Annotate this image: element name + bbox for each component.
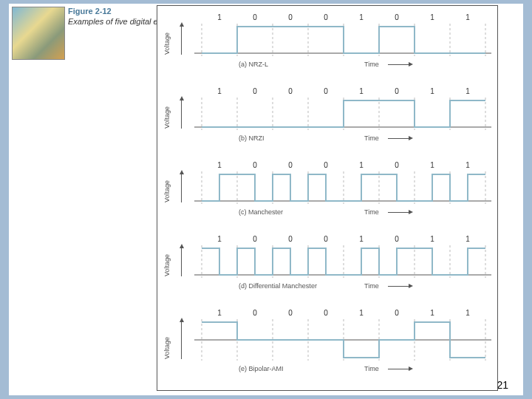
x-axis-label: Time [364, 134, 379, 142]
book-thumbnail [12, 7, 65, 60]
bit-label: 0 [283, 13, 298, 21]
bit-label: 0 [389, 13, 404, 21]
bit-label: 1 [354, 13, 369, 21]
panel-caption: (c) Manchester [239, 208, 283, 216]
arrow-up-icon [180, 170, 184, 174]
bit-label: 0 [248, 161, 262, 169]
panel-caption: (d) Differential Manchester [239, 282, 317, 290]
bit-label: 0 [389, 309, 404, 317]
page-number: 21 [497, 379, 508, 391]
arrow-stem [388, 64, 409, 65]
bit-label: 1 [425, 161, 440, 169]
bit-label: 1 [212, 13, 227, 21]
x-axis-label: Time [364, 365, 379, 372]
bit-label: 0 [283, 87, 298, 95]
panel-caption: (a) NRZ-L [239, 61, 268, 68]
arrow-stem [181, 100, 182, 129]
waveform-c [194, 171, 493, 204]
arrow-stem [388, 138, 409, 139]
bit-label: 0 [318, 309, 333, 317]
panel-caption: (e) Bipolar-AMI [239, 365, 284, 372]
panel-a: Voltage10001011(a) NRZ-LTime [157, 10, 497, 84]
bit-label: 1 [212, 161, 227, 169]
bit-label: 0 [389, 87, 404, 95]
y-axis-label: Voltage [163, 33, 171, 55]
panel-e: Voltage10001011(e) Bipolar-AMITime [157, 306, 497, 380]
y-axis-label: Voltage [163, 337, 171, 359]
arrow-up-icon [180, 96, 184, 100]
arrow-stem [388, 212, 409, 213]
bit-label: 1 [425, 87, 440, 95]
figure-number: Figure 2-12 [68, 7, 112, 16]
arrow-stem [181, 174, 182, 202]
bit-label: 1 [460, 235, 475, 243]
bit-label: 0 [283, 161, 298, 169]
bit-label: 1 [460, 161, 475, 169]
arrow-right-icon [409, 210, 413, 214]
arrow-up-icon [180, 318, 184, 322]
waveform-d [194, 245, 493, 278]
panel-caption: (b) NRZI [239, 134, 265, 142]
bit-label: 1 [212, 235, 227, 243]
bit-label: 0 [318, 87, 333, 95]
bit-label: 0 [389, 161, 404, 169]
waveform-a [194, 24, 493, 56]
bit-label: 0 [248, 309, 262, 317]
bit-label: 0 [283, 309, 298, 317]
y-axis-label: Voltage [163, 180, 171, 202]
chart-area: Voltage10001011(a) NRZ-LTimeVoltage10001… [157, 5, 498, 391]
bit-label: 1 [460, 13, 475, 21]
bit-label: 1 [460, 309, 475, 317]
bit-label: 1 [354, 161, 369, 169]
arrow-up-icon [180, 244, 184, 248]
bit-label: 1 [354, 235, 369, 243]
bit-label: 0 [318, 13, 333, 21]
bit-label: 1 [212, 309, 227, 317]
arrow-stem [181, 248, 182, 276]
arrow-right-icon [409, 284, 413, 288]
waveform-b [194, 98, 493, 130]
bit-label: 1 [212, 87, 227, 95]
bit-label: 1 [460, 87, 475, 95]
arrow-stem [181, 322, 182, 359]
x-axis-label: Time [364, 282, 379, 290]
arrow-right-icon [409, 62, 413, 66]
y-axis-label: Voltage [163, 254, 171, 276]
bit-label: 1 [425, 13, 440, 21]
bit-label: 0 [248, 13, 262, 21]
bit-label: 1 [354, 309, 369, 317]
panel-b: Voltage10001011(b) NRZITime [157, 84, 497, 158]
bit-label: 0 [283, 235, 298, 243]
slide: Figure 2-12 Examples of five digital enc… [9, 4, 523, 395]
arrow-stem [181, 27, 182, 55]
bit-label: 0 [389, 235, 404, 243]
x-axis-label: Time [364, 208, 379, 216]
arrow-right-icon [409, 136, 413, 140]
bit-label: 1 [425, 235, 440, 243]
y-axis-label: Voltage [163, 106, 171, 129]
arrow-stem [388, 369, 409, 369]
arrow-stem [388, 286, 409, 287]
panel-d: Voltage10001011(d) Differential Manchest… [157, 232, 497, 306]
waveform-e [194, 319, 493, 361]
arrow-right-icon [409, 366, 413, 371]
x-axis-label: Time [364, 61, 379, 68]
bit-label: 1 [354, 87, 369, 95]
bit-label: 0 [248, 235, 262, 243]
bit-label: 0 [248, 87, 262, 95]
bit-label: 0 [318, 161, 333, 169]
arrow-up-icon [180, 22, 184, 27]
panel-c: Voltage10001011(c) ManchesterTime [157, 158, 497, 232]
bit-label: 1 [425, 309, 440, 317]
bit-label: 0 [318, 235, 333, 243]
